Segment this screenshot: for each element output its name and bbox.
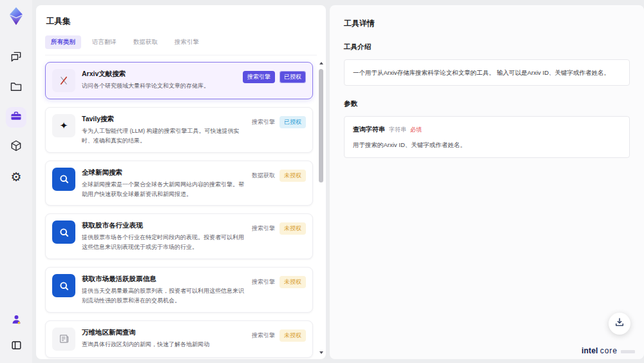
tool-badges: 搜索引擎 已授权 [243,69,306,92]
tool-description: 提供股票市场各个行业在特定时间段内的表现。投资者可以利用这些信息来识别表现优于或… [82,233,245,252]
param-box: 查询字符串 字符串 必填 用于搜索的Arxiv ID、关键字或作者姓名。 [344,116,630,158]
detail-title: 工具详情 [344,18,630,29]
tool-badges: 搜索引擎 已授权 [252,114,306,146]
panel-toggle-icon [10,339,23,354]
tool-card-body: 获取股市各行业表现 提供股票市场各个行业在特定时间段内的表现。投资者可以利用这些… [82,221,245,252]
core-logo-text: core [600,346,618,355]
folder-icon [10,80,23,95]
arxiv-icon [52,69,75,92]
tab-data-acquisition[interactable]: 数据获取 [128,35,164,49]
tool-card[interactable]: 万维地区新闻查询 查询具体行政区划内的新闻，快速了解各地新闻动 搜索引擎 未授权 [45,320,313,358]
tool-card[interactable]: ✦ Tavily搜索 专为人工智能代理 (LLM) 构建的搜索引擎工具。可快速提… [45,107,313,153]
tab-all-categories[interactable]: 所有类别 [45,35,81,49]
page-title: 工具集 [36,5,326,27]
scrollbar-thumb[interactable] [319,69,323,182]
tavily-icon: ✦ [52,114,75,137]
intel-core-logo: intel core [582,346,635,355]
tool-card[interactable]: Arxiv文献搜索 访问各个研究领域大量科学论文和文章的存储库。 搜索引擎 已授… [45,62,313,99]
download-icon [614,317,625,331]
tool-name: 获取市场最活跃股票信息 [82,275,245,284]
tool-status-badge: 已授权 [279,71,306,83]
intro-box: 一个用于从Arxiv存储库搜索科学论文和文章的工具。 输入可以是Arxiv ID… [344,59,630,86]
tool-status-badge: 未授权 [279,276,306,288]
toolbox-icon [10,110,23,125]
tool-badges: 搜索引擎 未授权 [252,221,306,252]
sidebar-item-settings[interactable]: ⚙ [6,166,26,187]
tool-name: Tavily搜索 [82,115,245,124]
tab-language-translation[interactable]: 语言翻译 [86,35,122,49]
tool-category-badge: 搜索引擎 [252,222,275,235]
tool-category-badge: 搜索引擎 [252,329,275,342]
user-icon [10,313,23,328]
sidebar-item-files[interactable] [6,77,26,98]
param-head: 查询字符串 字符串 必填 [353,124,621,135]
sidebar-item-account[interactable] [6,310,26,331]
category-tabs: 所有类别 语言翻译 数据获取 搜索引擎 [45,35,317,55]
sidebar-bottom [6,310,26,357]
tool-category-badge: 搜索引擎 [243,71,275,83]
blue-search-icon [52,221,75,244]
intel-core-sub-badge [621,350,635,353]
tool-card[interactable]: 获取市场最活跃股票信息 提供当天交易量最高的股票列表，投资者可以利用这些信息来识… [45,267,313,313]
tool-name: Arxiv文献搜索 [82,70,236,79]
tools-panel: 工具集 所有类别 语言翻译 数据获取 搜索引擎 Arxiv文献搜索 访问各个研究… [36,5,326,359]
tool-category-badge: 数据获取 [252,170,275,182]
tool-description: 提供当天交易量最高的股票列表，投资者可以利用这些信息来识别流动性强的股票和潜在的… [82,286,245,306]
intro-heading: 工具介绍 [344,43,630,52]
tool-status-badge: 未授权 [279,170,306,182]
tool-category-badge: 搜索引擎 [252,116,275,128]
scroll-up-icon[interactable] [319,62,323,64]
tool-status-badge: 已授权 [279,116,306,128]
scroll-down-icon[interactable] [319,351,323,354]
newspaper-icon [52,328,75,351]
blue-search-icon [52,274,75,297]
tool-detail-panel: 工具详情 工具介绍 一个用于从Arxiv存储库搜索科学论文和文章的工具。 输入可… [330,5,644,359]
tool-badges: 搜索引擎 未授权 [252,274,306,306]
tool-description: 查询具体行政区划内的新闻，快速了解各地新闻动 [82,340,245,349]
param-required-badge: 必填 [410,125,422,134]
tool-status-badge: 未授权 [279,222,306,235]
intel-logo-text: intel [582,346,598,355]
tool-card[interactable]: 全球新闻搜索 全球新闻搜索是一个聚合全球各大新闻网站内容的搜索引擎。帮助用户快速… [45,161,313,206]
tool-badges: 数据获取 未授权 [252,168,306,199]
download-button[interactable] [609,313,630,335]
tool-name: 全球新闻搜索 [82,168,245,177]
blue-search-icon [52,168,75,191]
sidebar-item-models[interactable] [6,137,26,157]
tool-description: 全球新闻搜索是一个聚合全球各大新闻网站内容的搜索引擎。帮助用户快速获取全球最新资… [82,180,245,199]
gear-icon: ⚙ [10,171,21,183]
tab-search-engine[interactable]: 搜索引擎 [169,35,205,49]
sidebar-item-panel-toggle[interactable] [6,336,26,357]
tool-name: 获取股市各行业表现 [82,221,245,230]
tool-card-body: Arxiv文献搜索 访问各个研究领域大量科学论文和文章的存储库。 [82,69,236,92]
tool-card-body: 全球新闻搜索 全球新闻搜索是一个聚合全球各大新闻网站内容的搜索引擎。帮助用户快速… [82,168,245,199]
sidebar-nav: ⚙ [6,48,26,187]
sidebar: ⚙ [0,0,32,363]
param-description: 用于搜索的Arxiv ID、关键字或作者姓名。 [353,140,621,150]
tool-description: 专为人工智能代理 (LLM) 构建的搜索引擎工具。可快速提供实时、准确和真实的结… [82,126,245,146]
tool-name: 万维地区新闻查询 [82,328,245,337]
tool-badges: 搜索引擎 未授权 [252,328,306,351]
sidebar-item-chat[interactable] [6,48,26,68]
tool-list: Arxiv文献搜索 访问各个研究领域大量科学论文和文章的存储库。 搜索引擎 已授… [36,55,326,358]
sidebar-item-toolbox[interactable] [6,107,26,128]
app-logo-icon [6,6,26,26]
tool-card-body: 获取市场最活跃股票信息 提供当天交易量最高的股票列表，投资者可以利用这些信息来识… [82,274,245,306]
tool-card-body: Tavily搜索 专为人工智能代理 (LLM) 构建的搜索引擎工具。可快速提供实… [82,114,245,146]
tool-description: 访问各个研究领域大量科学论文和文章的存储库。 [82,81,236,91]
param-type: 字符串 [389,125,406,134]
param-name: 查询字符串 [353,124,385,135]
tool-status-badge: 未授权 [279,329,306,342]
tool-card-body: 万维地区新闻查询 查询具体行政区划内的新闻，快速了解各地新闻动 [82,328,245,351]
tool-category-badge: 搜索引擎 [252,276,275,288]
cube-icon [10,139,23,155]
tool-card[interactable]: 获取股市各行业表现 提供股票市场各个行业在特定时间段内的表现。投资者可以利用这些… [45,213,313,259]
scrollbar[interactable] [318,61,325,355]
params-heading: 参数 [344,99,630,108]
chat-icon [10,50,23,66]
